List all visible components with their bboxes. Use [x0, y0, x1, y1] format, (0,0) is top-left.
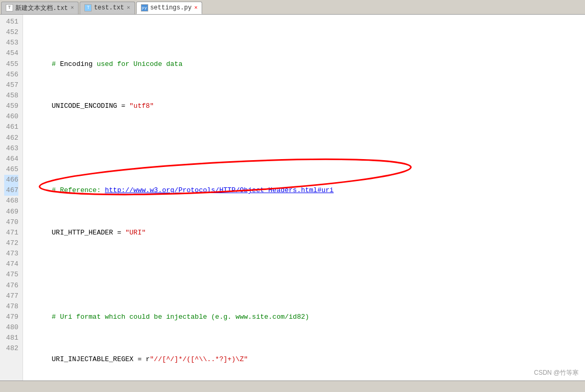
code-line-456	[27, 259, 581, 270]
line-numbers: 451 452 453 454 455 456 457 458 459 460 …	[0, 15, 23, 380]
watermark: CSDN @竹等寒	[534, 368, 579, 377]
code-line-452: UNICODE_ENCODING = "utf8"	[27, 91, 581, 101]
tab-new-txt[interactable]: T 新建文本文档.txt ×	[1, 2, 79, 14]
code-line-454: # Reference: http://www.w3.org/Protocols…	[27, 175, 581, 185]
tab-new-txt-label: 新建文本文档.txt	[15, 4, 68, 13]
code-editor: 451 452 453 454 455 456 457 458 459 460 …	[0, 15, 585, 380]
tab-bar: T 新建文本文档.txt × T test.txt × py settings.…	[0, 0, 585, 15]
txt-file-icon: T	[6, 4, 13, 12]
status-bar	[0, 380, 585, 392]
tab-settings-py[interactable]: py settings.py ×	[136, 2, 203, 14]
code-line-458: URI_INJECTABLE_REGEX = r"//[^/]*/([^\\..…	[27, 343, 581, 354]
tab-settings-py-label: settings.py	[150, 4, 192, 12]
code-line-453	[27, 133, 581, 143]
py-file-icon: py	[141, 4, 148, 12]
txt-file-icon2: T	[84, 4, 92, 12]
code-line-455: URI_HTTP_HEADER = "URI"	[27, 217, 581, 228]
tab-test-txt[interactable]: T test.txt ×	[80, 2, 135, 14]
tab-new-txt-close[interactable]: ×	[71, 5, 74, 11]
tab-settings-py-close[interactable]: ×	[194, 5, 198, 11]
code-line-451: # Encoding used for Unicode data	[27, 48, 581, 59]
code-line-457: # Uri format which could be injectable (…	[27, 301, 581, 312]
tab-test-txt-close[interactable]: ×	[127, 5, 130, 11]
tab-test-txt-label: test.txt	[94, 4, 124, 12]
code-lines[interactable]: # Encoding used for Unicode data UNICODE…	[23, 15, 585, 380]
